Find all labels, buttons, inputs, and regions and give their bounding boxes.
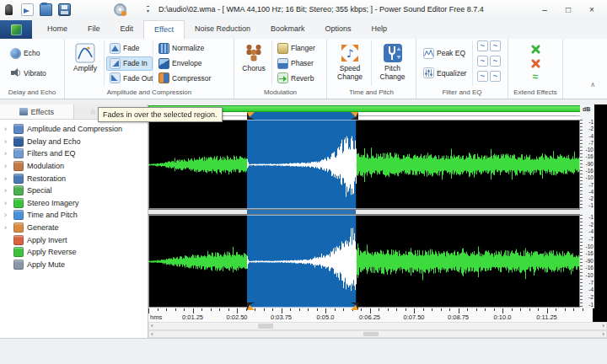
envelope-button[interactable]: Envelope: [155, 56, 228, 71]
import-icon[interactable]: [21, 3, 34, 16]
sidebar-item-generate[interactable]: ›Generate: [0, 222, 148, 234]
low-pass-filter-icon[interactable]: ~: [490, 40, 501, 51]
sidebar-item-delay-and-echo[interactable]: ›Delay and Echo: [0, 136, 148, 148]
low-shelf-filter-icon[interactable]: ~: [477, 71, 488, 82]
record-icon[interactable]: [5, 4, 13, 15]
vibrato-button[interactable]: Vibrato: [7, 66, 62, 80]
tab-noise-reduction[interactable]: Noise Reduction: [185, 20, 261, 39]
tab-home[interactable]: Home: [37, 20, 78, 39]
scrollbar-thumb[interactable]: [363, 332, 379, 336]
selection-end-marker-bottom[interactable]: [351, 302, 358, 310]
chorus-icon: [244, 43, 264, 63]
selection-end-marker[interactable]: [351, 112, 358, 120]
collapse-ribbon-icon[interactable]: ∧: [590, 81, 595, 88]
ruler-tick: [406, 308, 406, 311]
peak-eq-icon: [423, 48, 434, 59]
save-icon[interactable]: [58, 3, 71, 16]
high-shelf-filter-icon[interactable]: ~: [490, 71, 501, 82]
fade-out-button[interactable]: Fade Out: [106, 71, 153, 85]
flanger-button[interactable]: Flanger: [274, 41, 322, 56]
pitch-change-button[interactable]: Pitch Change: [371, 40, 413, 86]
ribbon-group-time-and-pitch: ♪ Speed Change Pitch Change Time and Pit…: [327, 39, 416, 99]
chorus-button[interactable]: Chorus: [236, 40, 271, 86]
scroll-left-icon[interactable]: ‹: [151, 331, 153, 338]
tab-help[interactable]: Help: [362, 20, 398, 39]
scrollbar-thumb[interactable]: [258, 324, 273, 329]
sidebar-item-special[interactable]: ›Special: [0, 185, 148, 197]
ruler-time-label: 0:03.75: [271, 313, 292, 321]
waveform-left-channel[interactable]: [148, 120, 580, 209]
scroll-right-icon[interactable]: ›: [602, 323, 604, 329]
burn-icon[interactable]: [114, 3, 126, 16]
extend-effect-3-icon[interactable]: ≈: [530, 72, 541, 83]
svg-text:♪: ♪: [346, 47, 353, 60]
sidebar-item-amplitude-and-compression[interactable]: ›Amplitude and Compression: [0, 123, 148, 136]
undo-icon[interactable]: [77, 3, 89, 16]
time-ruler[interactable]: hms 0:01.250:02.500:03.750:05.00:06.250:…: [148, 308, 593, 322]
app-menu-button[interactable]: [0, 20, 32, 39]
reverb-button[interactable]: Reverb: [274, 71, 322, 85]
expand-icon[interactable]: ›: [4, 148, 10, 158]
open-icon[interactable]: [40, 3, 52, 16]
fade-button[interactable]: Fade: [106, 41, 153, 56]
peak-eq-button[interactable]: Peak EQ: [420, 46, 472, 61]
ruler-tick: [343, 308, 344, 311]
sidebar-item-stereo-imagery[interactable]: ›Stereo Imagery: [0, 197, 148, 210]
sidebar-item-modulation[interactable]: ›Modulation: [0, 160, 148, 173]
redo-icon[interactable]: [95, 3, 108, 16]
sidebar-item-apply-invert[interactable]: Apply Invert: [0, 233, 148, 246]
phaser-button[interactable]: Phaser: [274, 56, 322, 71]
restoration-icon: [13, 174, 24, 184]
scroll-left-icon[interactable]: ‹: [151, 323, 153, 329]
expand-icon[interactable]: ›: [4, 161, 10, 171]
expand-icon[interactable]: ›: [4, 185, 10, 195]
filters-and-eq-icon: [13, 148, 24, 158]
sidebar-item-label: Filters and EQ: [27, 149, 76, 158]
extend-effect-1-icon[interactable]: [530, 44, 541, 55]
tab-effects[interactable]: Effects: [0, 104, 74, 119]
high-pass-filter-icon[interactable]: ~: [477, 56, 488, 67]
tab-options[interactable]: Options: [314, 20, 361, 39]
ruler-tick: [158, 308, 158, 311]
normalize-button[interactable]: Normalize: [155, 41, 228, 56]
horizontal-scrollbar-2[interactable]: ‹ ›: [148, 330, 607, 338]
selection-start-marker-bottom[interactable]: [247, 302, 255, 310]
extend-effect-2-icon[interactable]: [530, 58, 541, 69]
band-filter-icon[interactable]: ~: [477, 40, 488, 51]
expand-icon[interactable]: ›: [4, 222, 10, 233]
speed-change-button[interactable]: ♪ Speed Change: [329, 40, 371, 86]
sidebar-item-filters-and-eq[interactable]: ›Filters and EQ: [0, 147, 148, 160]
tab-file[interactable]: File: [78, 20, 110, 39]
compressor-button[interactable]: Compressor: [155, 71, 228, 85]
tab-effect[interactable]: Effect: [143, 20, 185, 39]
selection-start-marker[interactable]: [247, 112, 255, 120]
expand-icon[interactable]: ›: [4, 174, 10, 184]
fade-in-button[interactable]: Fade In: [106, 56, 153, 71]
waveform-right-channel[interactable]: [148, 215, 580, 308]
ruler-time-label: 0:11.25: [536, 313, 556, 321]
ribbon-group-amplitude-and-compression: Amplify Fade Fade In Fade Out Normalize …: [65, 39, 234, 99]
sidebar-item-time-and-pitch[interactable]: ›Time and Pitch: [0, 209, 148, 222]
expand-icon[interactable]: ›: [4, 210, 10, 220]
tab-edit[interactable]: Edit: [110, 20, 144, 39]
amplify-button[interactable]: Amplify: [67, 40, 104, 86]
expand-icon[interactable]: ›: [4, 136, 10, 147]
horizontal-scrollbar[interactable]: ‹ ›: [148, 322, 607, 330]
expand-icon[interactable]: ›: [4, 198, 10, 208]
close-button[interactable]: ×: [580, 2, 604, 18]
sidebar-item-apply-mute[interactable]: Apply Mute: [0, 259, 148, 271]
minimize-button[interactable]: –: [533, 2, 556, 18]
echo-button[interactable]: Echo: [7, 46, 62, 61]
channel-divider: [148, 209, 580, 215]
equalizer-button[interactable]: Equalizer: [420, 66, 472, 80]
expand-icon[interactable]: ›: [4, 124, 10, 134]
sidebar-item-apply-reverse[interactable]: Apply Reverse: [0, 246, 148, 259]
tab-bookmark[interactable]: Bookmark: [261, 20, 315, 39]
quick-access-dropdown-icon[interactable]: ▾: [147, 6, 149, 13]
ribbon-tab-row: HomeFileEditEffectNoise ReductionBookmar…: [0, 20, 607, 39]
maximize-button[interactable]: □: [556, 2, 580, 18]
notch-filter-icon[interactable]: ~: [490, 56, 501, 67]
apply-invert-icon: [13, 235, 24, 245]
scroll-right-icon[interactable]: ›: [602, 331, 604, 338]
sidebar-item-restoration[interactable]: ›Restoration: [0, 172, 148, 185]
